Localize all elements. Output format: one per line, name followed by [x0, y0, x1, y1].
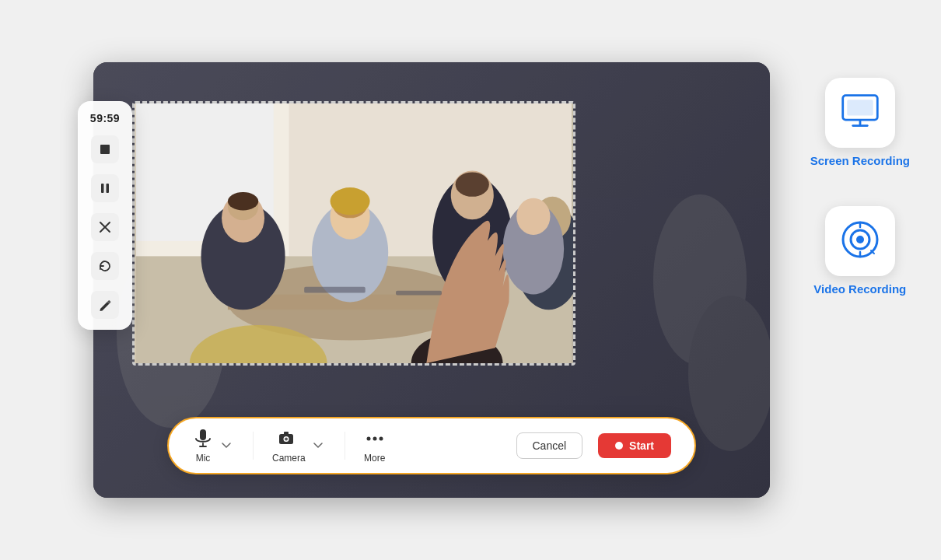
more-group: More [364, 428, 386, 464]
video-recording-icon-box [825, 206, 895, 276]
svg-point-50 [856, 236, 864, 243]
svg-point-20 [456, 172, 489, 196]
webcam-icon [840, 219, 880, 263]
main-screen: Mic C [93, 62, 770, 498]
camera-group: Camera [272, 428, 326, 464]
more-button[interactable]: More [364, 428, 386, 464]
recording-toolbar: Mic C [167, 417, 696, 474]
monitor-icon [840, 91, 880, 135]
screen-recording-label: Screen Recording [810, 154, 910, 167]
divider-2 [345, 432, 345, 460]
mic-chevron[interactable] [219, 438, 234, 453]
video-recording-label: Video Recording [813, 282, 906, 296]
left-panel: 59:59 [78, 101, 132, 330]
selection-area[interactable] [132, 101, 575, 366]
camera-label: Camera [272, 453, 306, 464]
timer-display: 59:59 [90, 112, 120, 124]
screen-recording-icon-box [825, 78, 895, 148]
start-label: Start [629, 439, 654, 452]
svg-point-34 [285, 438, 288, 441]
edit-button[interactable] [91, 291, 119, 319]
screen-recording-card[interactable]: Screen Recording [810, 78, 910, 167]
right-options: Screen Recording Video Recording [810, 78, 910, 296]
pause-button[interactable] [91, 174, 119, 202]
meeting-image [135, 103, 573, 363]
cancel-button[interactable]: Cancel [516, 432, 583, 459]
svg-point-17 [331, 187, 370, 215]
start-button[interactable]: Start [598, 433, 671, 458]
rotate-button[interactable] [91, 252, 119, 280]
camera-chevron[interactable] [310, 438, 326, 453]
svg-point-13 [228, 192, 258, 211]
svg-rect-27 [304, 287, 366, 293]
svg-point-38 [379, 437, 383, 441]
camera-icon [278, 428, 299, 450]
more-label: More [364, 453, 385, 464]
svg-rect-40 [101, 184, 104, 193]
mic-group: Mic [192, 428, 234, 464]
svg-rect-39 [100, 145, 110, 154]
svg-point-36 [366, 437, 370, 441]
svg-rect-47 [847, 100, 873, 115]
mic-icon [192, 428, 214, 450]
svg-rect-41 [107, 184, 110, 193]
svg-point-24 [516, 198, 550, 235]
mic-button[interactable]: Mic [192, 428, 214, 464]
mic-label: Mic [196, 453, 211, 464]
scene: Mic C [0, 0, 941, 560]
svg-point-37 [373, 437, 376, 441]
svg-rect-35 [284, 432, 289, 435]
camera-button[interactable]: Camera [272, 428, 306, 464]
svg-rect-29 [200, 429, 206, 440]
meeting-svg [135, 103, 573, 363]
stop-button[interactable] [91, 135, 119, 163]
close-button[interactable] [91, 213, 119, 241]
record-dot [615, 442, 623, 450]
divider-1 [253, 432, 254, 460]
video-recording-card[interactable]: Video Recording [813, 206, 906, 296]
more-icon [364, 428, 386, 450]
svg-rect-28 [396, 291, 442, 296]
